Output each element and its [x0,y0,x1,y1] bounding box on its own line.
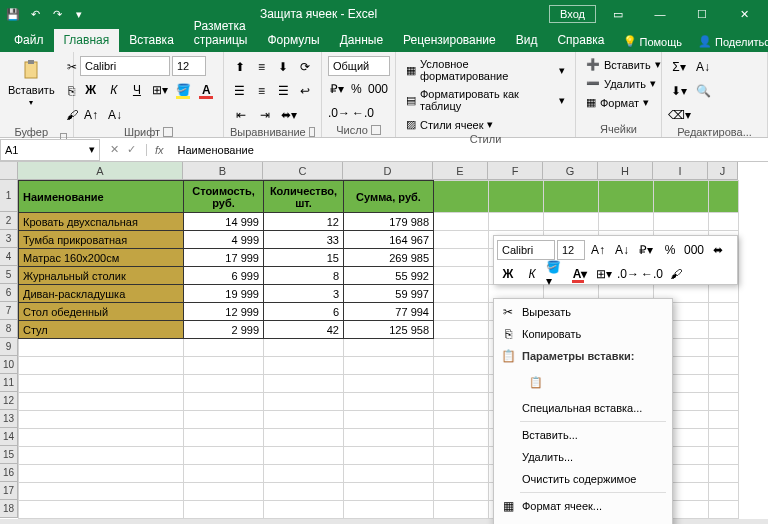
cell[interactable] [434,339,489,357]
cell[interactable] [654,181,709,213]
tab-file[interactable]: Файл [4,29,54,52]
tab-formulas[interactable]: Формулы [257,29,329,52]
cell[interactable]: Стул [19,321,184,339]
mini-font-name[interactable] [497,240,555,260]
wrap-text-icon[interactable]: ↩ [295,80,315,102]
tab-view[interactable]: Вид [506,29,548,52]
cell[interactable] [344,501,434,519]
cell[interactable] [709,375,739,393]
cell[interactable] [264,465,344,483]
mini-percent-icon[interactable]: % [659,239,681,261]
font-name-input[interactable] [80,56,170,76]
cell[interactable] [434,213,489,231]
row-header-11[interactable]: 11 [0,374,18,392]
italic-button[interactable]: К [103,79,124,101]
mini-bold-button[interactable]: Ж [497,263,519,285]
cell[interactable] [654,213,709,231]
number-launcher[interactable] [371,125,381,135]
redo-icon[interactable]: ↷ [48,5,66,23]
cell[interactable]: 6 [264,303,344,321]
align-top-icon[interactable]: ⬆ [230,56,250,78]
row-header-10[interactable]: 10 [0,356,18,374]
cell[interactable] [184,411,264,429]
cell[interactable] [184,465,264,483]
row-header-4[interactable]: 4 [0,248,18,266]
row-header-14[interactable]: 14 [0,428,18,446]
cell[interactable]: 14 999 [184,213,264,231]
tab-layout[interactable]: Разметка страницы [184,15,258,52]
cell[interactable] [434,465,489,483]
mini-comma-icon[interactable]: 000 [683,239,705,261]
cell[interactable] [709,393,739,411]
cell[interactable] [344,357,434,375]
save-icon[interactable]: 💾 [4,5,22,23]
ctx-row-height[interactable]: Высота строки... [494,517,672,524]
cell[interactable] [19,357,184,375]
fill-icon[interactable]: ⬇▾ [668,80,690,102]
col-header-G[interactable]: G [543,162,598,180]
ribbon-options-icon[interactable]: ▭ [598,0,638,28]
cell[interactable] [264,375,344,393]
fx-icon[interactable]: fx [146,144,172,156]
col-header-F[interactable]: F [488,162,543,180]
cell[interactable] [264,357,344,375]
align-center-icon[interactable]: ≡ [252,80,272,102]
cell[interactable] [434,181,489,213]
tab-home[interactable]: Главная [54,29,120,52]
cell[interactable] [434,231,489,249]
cell[interactable] [184,375,264,393]
cell[interactable] [709,501,739,519]
tab-insert[interactable]: Вставка [119,29,184,52]
font-size-input[interactable] [172,56,206,76]
row-header-16[interactable]: 16 [0,464,18,482]
cell[interactable] [264,339,344,357]
select-all-corner[interactable] [0,162,18,180]
cell[interactable] [264,447,344,465]
col-header-B[interactable]: B [183,162,263,180]
row-header-13[interactable]: 13 [0,410,18,428]
mini-format-painter-icon[interactable]: 🖌 [665,263,687,285]
mini-decimal-dec-icon[interactable]: ←.0 [641,263,663,285]
align-bottom-icon[interactable]: ⬇ [274,56,294,78]
tab-help[interactable]: Справка [547,29,614,52]
ctx-paste-special[interactable]: Специальная вставка... [494,397,672,419]
currency-icon[interactable]: ₽▾ [328,78,346,100]
paste-default-icon[interactable]: 📋 [522,369,550,395]
cancel-formula-icon[interactable]: ✕ [110,143,119,156]
cell[interactable]: Диван-раскладушка [19,285,184,303]
cell[interactable] [184,393,264,411]
cell[interactable]: 17 999 [184,249,264,267]
cell[interactable]: 12 999 [184,303,264,321]
cell[interactable] [709,411,739,429]
align-launcher[interactable] [309,127,315,137]
cell[interactable] [264,483,344,501]
fill-color-button[interactable]: 🪣 [173,79,194,101]
mini-italic-button[interactable]: К [521,263,543,285]
format-cells-button[interactable]: ▦ Формат ▾ [582,94,655,111]
cell[interactable] [184,339,264,357]
cell[interactable]: Стоимость, руб. [184,181,264,213]
align-left-icon[interactable]: ☰ [230,80,250,102]
cell[interactable] [709,303,739,321]
align-middle-icon[interactable]: ≡ [252,56,272,78]
row-header-6[interactable]: 6 [0,284,18,302]
qat-customize-icon[interactable]: ▾ [70,5,88,23]
mini-increase-font-icon[interactable]: A↑ [587,239,609,261]
name-box[interactable]: A1▾ [0,139,100,161]
cell[interactable] [434,321,489,339]
border-button[interactable]: ⊞▾ [150,79,171,101]
cell[interactable] [19,393,184,411]
cell[interactable]: 179 988 [344,213,434,231]
cell[interactable]: Сумма, руб. [344,181,434,213]
cell[interactable]: 55 992 [344,267,434,285]
ctx-copy[interactable]: ⎘Копировать [494,323,672,345]
cell[interactable] [709,357,739,375]
cell[interactable]: 33 [264,231,344,249]
cell[interactable] [709,429,739,447]
cell[interactable] [434,501,489,519]
ctx-format-cells[interactable]: ▦Формат ячеек... [494,495,672,517]
cell[interactable]: 2 999 [184,321,264,339]
cell[interactable]: Журнальный столик [19,267,184,285]
cell[interactable] [344,393,434,411]
cell[interactable]: 8 [264,267,344,285]
